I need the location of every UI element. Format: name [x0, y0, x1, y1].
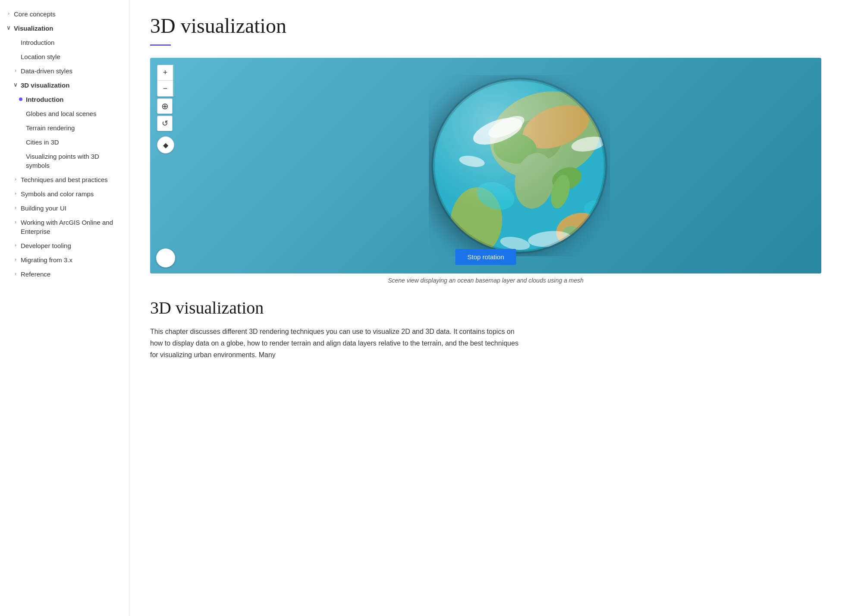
title-underline [150, 44, 171, 46]
chevron-right-icon: › [12, 66, 19, 75]
zoom-out-button[interactable]: − [157, 81, 173, 96]
chevron-down-icon: ∨ [12, 81, 19, 89]
body-text: This chapter discusses different 3D rend… [150, 326, 521, 361]
chevron-down-icon: ∨ [5, 24, 12, 32]
globe-scene-container: + − ⊕ ↺ ◆ [150, 58, 821, 273]
sidebar-item-migrating[interactable]: › Migrating from 3.x [0, 253, 129, 267]
globe-caption: Scene view displaying an ocean basemap l… [150, 277, 821, 284]
sidebar-item-location-style[interactable]: › Location style [0, 50, 129, 64]
active-bullet-icon [19, 97, 22, 101]
pan-button[interactable]: ⊕ [157, 98, 173, 114]
compass-button[interactable]: ◆ [157, 136, 174, 154]
chevron-right-icon: › [12, 255, 19, 264]
sidebar-item-symbols-color[interactable]: › Symbols and color ramps [0, 187, 129, 201]
sidebar-item-developer-tooling[interactable]: › Developer tooling [0, 239, 129, 253]
zoom-in-button[interactable]: + [157, 65, 173, 81]
sidebar-item-globes-local[interactable]: Globes and local scenes [0, 107, 129, 121]
chevron-right-icon: › [12, 189, 19, 198]
globe-scene: + − ⊕ ↺ ◆ [150, 58, 821, 273]
rotate-button[interactable]: ↺ [157, 116, 173, 131]
globe-svg [429, 75, 610, 256]
sidebar-item-arcgis-online[interactable]: › Working with ArcGIS Online and Enterpr… [0, 215, 129, 239]
sidebar-item-intro-3d-active[interactable]: Introduction [0, 92, 129, 107]
sidebar: › Core concepts ∨ Visualization › Introd… [0, 0, 129, 616]
sidebar-item-introduction[interactable]: › Introduction [0, 35, 129, 50]
sidebar-item-data-driven-styles[interactable]: › Data-driven styles [0, 64, 129, 78]
chevron-right-icon: › [5, 9, 12, 18]
sidebar-item-building-ui[interactable]: › Building your UI [0, 201, 129, 215]
sidebar-item-visualization[interactable]: ∨ Visualization [0, 21, 129, 35]
sidebar-item-cities-3d[interactable]: Cities in 3D [0, 135, 129, 149]
globe-visualization [429, 75, 610, 256]
chevron-right-icon: › [12, 204, 19, 212]
sidebar-item-3d-visualization[interactable]: ∨ 3D visualization [0, 78, 129, 92]
sidebar-item-core-concepts[interactable]: › Core concepts [0, 7, 129, 21]
chevron-right-icon: › [12, 218, 19, 226]
map-controls: + − ⊕ ↺ ◆ [157, 65, 174, 154]
main-content: 3D visualization + − ⊕ ↺ ◆ [129, 0, 842, 616]
stop-rotation-button[interactable]: Stop rotation [455, 249, 516, 265]
chevron-right-icon: › [12, 241, 19, 250]
chevron-right-icon: › [12, 175, 19, 184]
section-heading: 3D visualization [150, 298, 821, 318]
sidebar-item-reference[interactable]: › Reference [0, 267, 129, 281]
zoom-controls: + − [157, 65, 174, 97]
sidebar-item-terrain-rendering[interactable]: Terrain rendering [0, 121, 129, 135]
white-circle-indicator [156, 248, 175, 267]
page-title: 3D visualization [150, 14, 821, 38]
sidebar-item-techniques[interactable]: › Techniques and best practices [0, 173, 129, 187]
sidebar-item-vis-points[interactable]: Visualizing points with 3D symbols [0, 149, 129, 173]
chevron-right-icon: › [12, 270, 19, 278]
